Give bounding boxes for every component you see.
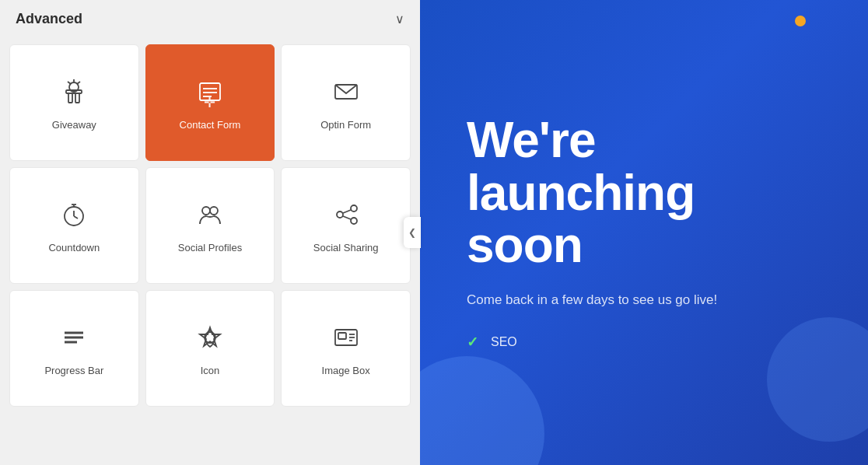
svg-point-16 <box>351 205 357 212</box>
widget-countdown[interactable]: Countdown <box>9 167 139 284</box>
social-sharing-icon <box>332 201 360 232</box>
launch-subtext: Come back in a few days to see us go liv… <box>467 290 762 310</box>
widget-social-sharing[interactable]: Social Sharing <box>281 167 411 284</box>
giveaway-label: Giveaway <box>52 119 96 131</box>
svg-rect-26 <box>338 333 346 339</box>
feature-list: ✓ SEO <box>467 334 821 351</box>
svg-rect-2 <box>68 93 72 103</box>
image-box-label: Image Box <box>322 365 370 376</box>
chevron-down-icon[interactable]: ∨ <box>395 12 404 26</box>
svg-line-11 <box>74 216 78 219</box>
progress-bar-icon <box>60 323 88 355</box>
collapse-panel-button[interactable]: ❮ <box>404 217 421 248</box>
optin-form-label: Optin Form <box>320 119 371 131</box>
widget-progress-bar[interactable]: Progress Bar <box>9 290 139 407</box>
panel-header: Advanced ∨ <box>0 0 420 38</box>
widgets-grid: Giveaway Contact Form ✛ <box>0 38 420 413</box>
svg-line-19 <box>343 210 351 213</box>
widget-contact-form[interactable]: Contact Form ✛ <box>145 44 275 161</box>
icon-widget-label: Icon <box>201 365 220 376</box>
collapse-icon: ❮ <box>408 227 416 238</box>
icon-widget-icon <box>196 323 224 355</box>
svg-point-15 <box>210 207 218 215</box>
widget-social-profiles[interactable]: Social Profiles <box>145 167 275 284</box>
optin-form-icon <box>332 78 360 110</box>
widget-icon[interactable]: Icon <box>145 290 275 407</box>
launch-heading: We're launching soon <box>467 114 821 271</box>
contact-form-label: Contact Form <box>180 119 241 131</box>
svg-rect-4 <box>200 83 220 100</box>
social-sharing-label: Social Sharing <box>313 242 379 253</box>
feature-seo-text: SEO <box>491 335 517 349</box>
contact-form-icon <box>196 78 224 110</box>
widget-giveaway[interactable]: Giveaway <box>9 44 139 161</box>
countdown-label: Countdown <box>48 242 100 253</box>
image-box-icon <box>332 323 360 355</box>
panel-title: Advanced <box>16 11 82 27</box>
orange-dot-decoration <box>795 16 806 26</box>
giveaway-icon <box>60 78 88 110</box>
widget-image-box[interactable]: Image Box <box>281 290 411 407</box>
svg-rect-3 <box>75 93 79 103</box>
left-panel: Advanced ∨ Giveaway <box>0 0 420 465</box>
social-profiles-label: Social Profiles <box>178 242 242 253</box>
widget-optin-form[interactable]: Optin Form <box>281 44 411 161</box>
social-profiles-icon <box>196 201 224 232</box>
right-panel: We're launching soon Come back in a few … <box>420 0 868 465</box>
svg-line-20 <box>343 216 351 219</box>
check-icon: ✓ <box>467 334 478 351</box>
svg-point-17 <box>337 212 343 218</box>
progress-bar-label: Progress Bar <box>44 365 103 376</box>
svg-point-14 <box>202 207 210 215</box>
feature-seo: ✓ SEO <box>467 334 821 351</box>
svg-point-18 <box>351 218 357 224</box>
countdown-icon <box>60 201 88 232</box>
